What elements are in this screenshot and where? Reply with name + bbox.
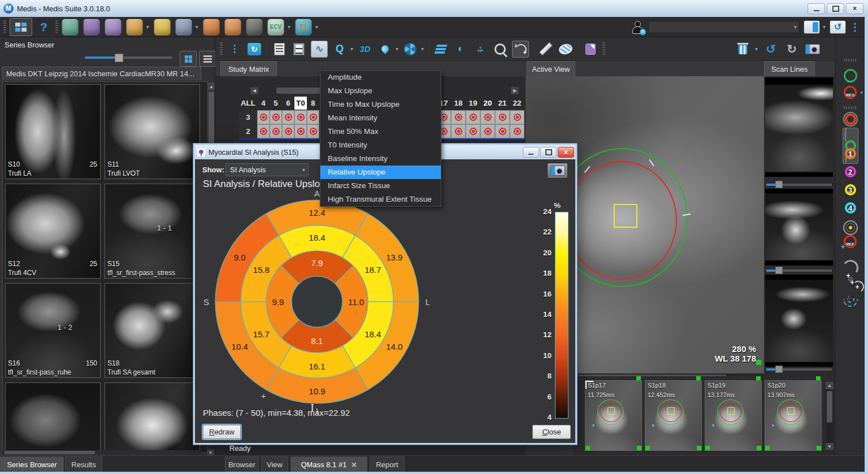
matrix-column-21[interactable]: 21	[495, 97, 510, 110]
matrix-cell[interactable]	[451, 110, 466, 124]
scroll-thumb[interactable]	[827, 391, 832, 423]
phase-thumbnail-s1p19[interactable]: S1p1913.177ms	[705, 380, 762, 451]
scroll-left-icon[interactable]: ◀	[250, 87, 258, 94]
matrix-cell[interactable]	[510, 110, 524, 124]
signal-graph-icon[interactable]: ∿	[311, 41, 328, 58]
toolbar-grip-icon[interactable]	[3, 20, 6, 34]
menu-item-t0-intensity[interactable]: T0 Intensity	[320, 138, 441, 152]
segment-model-icon[interactable]	[402, 41, 418, 57]
app-tile-t1[interactable]: T1	[295, 19, 312, 36]
maximize-button[interactable]	[827, 3, 844, 14]
chevron-down-icon[interactable]: ▾	[421, 46, 424, 52]
chevron-down-icon[interactable]: ▾	[350, 46, 353, 52]
chevron-down-icon[interactable]: ▾	[146, 24, 149, 30]
app-tab-browser[interactable]: Browser	[225, 456, 259, 472]
app-tab-report[interactable]: Report	[370, 456, 405, 472]
matrix-cell[interactable]	[294, 110, 307, 124]
panel-menu-icon[interactable]: ⋮	[227, 41, 242, 57]
snapshot-icon[interactable]	[805, 41, 821, 57]
matrix-cell[interactable]	[307, 110, 319, 124]
save-layout-icon[interactable]	[804, 20, 820, 34]
study-selector-combobox[interactable]: ▾	[648, 21, 800, 33]
pan-icon[interactable]	[472, 41, 488, 57]
matrix-cell[interactable]	[257, 124, 270, 138]
zoom-icon[interactable]	[492, 41, 508, 57]
menu-item-relative-upslope[interactable]: Relative Upslope	[320, 166, 441, 179]
scroll-up-icon[interactable]: ▲	[208, 82, 215, 90]
matrix-cell[interactable]	[282, 110, 294, 124]
dialog-maximize-button[interactable]	[540, 147, 557, 158]
scan-slider-handle[interactable]	[775, 267, 783, 274]
matrix-column-8[interactable]: 8	[307, 97, 319, 110]
menu-item-amplitude[interactable]: Amplitude	[320, 71, 441, 84]
app-tile-teal-tulip[interactable]	[62, 19, 79, 36]
matrix-row-3[interactable]: 3	[239, 110, 257, 124]
menu-item-mean-intensity[interactable]: Mean Intensity	[320, 111, 441, 125]
resize-handle[interactable]	[756, 360, 761, 365]
tab-scan-lines[interactable]: Scan Lines	[764, 61, 815, 76]
menu-item-time-50-max[interactable]: Time 50% Max	[320, 125, 441, 138]
redraw-button[interactable]: Redraw	[203, 425, 241, 439]
menu-item-max-upslope[interactable]: Max Upslope	[320, 84, 441, 98]
ruler-icon[interactable]	[538, 41, 554, 57]
contour-3-button[interactable]: 3	[835, 184, 865, 195]
chevron-down-icon[interactable]: ▾	[288, 24, 290, 30]
matrix-column-20[interactable]: 20	[480, 97, 495, 110]
app-tab-view[interactable]: View	[261, 456, 288, 472]
reference-button[interactable]: REF+	[835, 235, 865, 248]
matrix-cell[interactable]	[466, 110, 480, 124]
matrix-cell[interactable]	[282, 124, 294, 138]
series-thumbnail-s15[interactable]: 1 - 1S15tfl_sr_first-pass_stress	[105, 184, 200, 279]
matrix-column-18[interactable]: 18	[451, 97, 466, 110]
matrix-column-all[interactable]: ALL	[239, 97, 257, 110]
matrix-hscroll-thumb[interactable]	[276, 88, 320, 94]
curve-fit-icon[interactable]: ++	[512, 41, 529, 58]
scan-line-image[interactable]	[765, 280, 833, 362]
list-view-button[interactable]	[199, 51, 216, 67]
matrix-column-4[interactable]: 4	[257, 97, 270, 110]
spline-tool-button[interactable]: +++	[835, 277, 865, 281]
help-button[interactable]: ?	[36, 20, 52, 34]
reset-view-icon[interactable]: ↻	[246, 41, 262, 57]
filmstrip-scrollbar[interactable]: ▲▼	[826, 382, 834, 451]
scan-slider-handle[interactable]	[775, 181, 783, 188]
matrix-cell[interactable]	[495, 110, 510, 124]
thumbnail-size-slider-handle[interactable]	[115, 54, 123, 62]
scan-line-image[interactable]	[765, 85, 833, 171]
app-tile-avatar[interactable]	[246, 19, 263, 36]
matrix-cell[interactable]	[307, 124, 319, 138]
close-tab-icon[interactable]: ✕	[351, 461, 357, 469]
scroll-up-icon[interactable]: ▲	[826, 382, 834, 389]
contour-1-button[interactable]: 1	[835, 148, 865, 159]
report-view-icon[interactable]	[271, 41, 287, 57]
undo-icon[interactable]: ↺	[763, 41, 779, 57]
series-thumbnail-s11[interactable]: S11Trufi LVOT	[105, 84, 200, 179]
scan-line-image[interactable]	[765, 193, 833, 260]
scroll-down-icon[interactable]: ▼	[826, 443, 834, 450]
menu-item-time-to-max-upslope[interactable]: Time to Max Upslope	[320, 98, 441, 111]
matrix-cell[interactable]	[480, 124, 495, 138]
sheet-icon[interactable]	[583, 41, 598, 57]
app-tile-slate-heart[interactable]	[175, 19, 192, 36]
app-tile-yellow-tulip[interactable]	[154, 19, 171, 36]
filmstrip-view-icon[interactable]	[291, 41, 307, 57]
matrix-cell[interactable]	[270, 124, 282, 138]
toolbar-grip-2[interactable]	[602, 42, 605, 56]
series-thumbnail[interactable]	[105, 382, 200, 453]
scroll-right-icon[interactable]: ▶	[511, 87, 519, 94]
grid-view-button[interactable]	[180, 51, 197, 67]
registration-sync-icon[interactable]: ↔	[835, 69, 865, 82]
overflow-menu-icon[interactable]: ⋮	[850, 21, 860, 33]
close-button[interactable]: ×	[846, 3, 863, 14]
app-tile-purple-swirl[interactable]	[83, 19, 100, 36]
menu-item-infarct-size-tissue[interactable]: Infarct Size Tissue	[320, 179, 441, 193]
phase-thumbnail-s1p17[interactable]: S1p1711.725ms	[585, 380, 642, 451]
tab-active-view[interactable]: Active View	[527, 61, 575, 76]
app-tile-orange-a[interactable]	[203, 19, 220, 36]
matrix-column-t0[interactable]: T0	[294, 97, 307, 110]
panel-tab-results[interactable]: Results	[65, 456, 102, 472]
series-thumbnail-s12[interactable]: S1225Trufi 4CV	[5, 184, 101, 279]
arc-tool-button[interactable]	[835, 260, 865, 276]
tab-study-matrix[interactable]: Study Matrix	[220, 61, 277, 76]
window-level-icon[interactable]: ◐	[453, 41, 468, 57]
